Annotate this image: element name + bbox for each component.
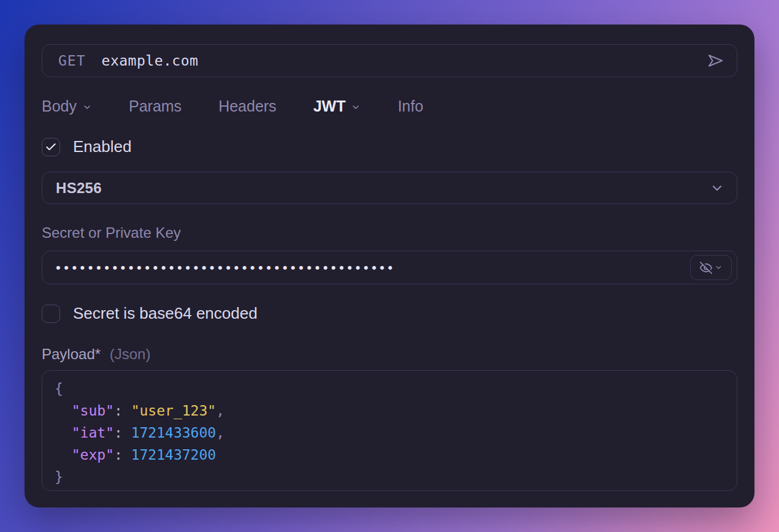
chevron-down-icon <box>351 102 361 112</box>
tab-params-label: Params <box>129 97 182 115</box>
payload-editor[interactable]: { "sub": "user_123", "iat": 1721433600, … <box>42 370 737 491</box>
tab-headers[interactable]: Headers <box>218 97 277 115</box>
jwt-enabled-row[interactable]: Enabled <box>42 137 737 156</box>
payload-label-row: Payload* (Json) <box>42 346 737 363</box>
http-method[interactable]: GET <box>58 53 86 69</box>
toggle-secret-visibility-button[interactable] <box>690 255 732 280</box>
request-panel: GET example.com Body Params Headers JWT <box>25 25 754 507</box>
tab-info-label: Info <box>397 97 423 115</box>
chevron-down-icon <box>710 181 724 196</box>
base64-row[interactable]: Secret is base64 encoded <box>42 304 737 323</box>
tab-info[interactable]: Info <box>397 97 423 115</box>
code-line: "iat": 1721433600, <box>55 422 724 444</box>
send-button[interactable] <box>702 48 728 74</box>
tab-body-label: Body <box>42 97 77 115</box>
eye-off-icon <box>699 261 713 275</box>
algorithm-select[interactable]: HS256 <box>42 172 737 204</box>
tab-jwt[interactable]: JWT <box>313 97 361 115</box>
payload-format-hint: (Json) <box>110 346 151 362</box>
enabled-label: Enabled <box>73 137 131 156</box>
base64-label: Secret is base64 encoded <box>73 304 258 323</box>
send-icon <box>706 51 724 70</box>
secret-label: Secret or Private Key <box>42 224 737 241</box>
algorithm-value: HS256 <box>56 180 102 197</box>
base64-checkbox[interactable] <box>42 305 60 323</box>
chevron-down-icon <box>82 102 92 112</box>
tab-jwt-label: JWT <box>313 97 346 115</box>
code-line: } <box>55 466 724 488</box>
code-line: "exp": 1721437200 <box>55 444 724 466</box>
secret-input[interactable]: ••••••••••••••••••••••••••••••••••••••••… <box>42 251 737 284</box>
check-icon <box>45 141 57 153</box>
url-bar: GET example.com <box>42 44 737 77</box>
code-line: { <box>55 378 724 400</box>
tab-body[interactable]: Body <box>42 97 92 115</box>
code-line: "sub": "user_123", <box>55 400 724 422</box>
url-input[interactable]: example.com <box>102 53 702 69</box>
request-tabs: Body Params Headers JWT Info <box>42 97 737 115</box>
tab-headers-label: Headers <box>218 97 277 115</box>
chevron-down-icon <box>715 264 723 272</box>
enabled-checkbox[interactable] <box>42 138 60 156</box>
secret-masked-value: ••••••••••••••••••••••••••••••••••••••••… <box>56 260 683 276</box>
payload-label: Payload* <box>42 346 101 362</box>
tab-params[interactable]: Params <box>129 97 182 115</box>
